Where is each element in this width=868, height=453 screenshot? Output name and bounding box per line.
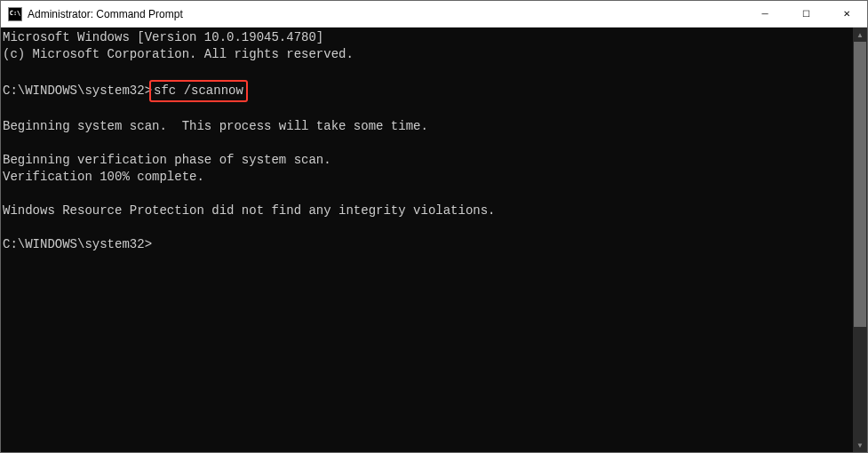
terminal-output[interactable]: Microsoft Windows [Version 10.0.19045.47… xyxy=(1,28,853,452)
chevron-up-icon: ▲ xyxy=(856,31,864,39)
typed-command: sfc /scannow xyxy=(154,83,243,98)
version-line: Microsoft Windows [Version 10.0.19045.47… xyxy=(3,29,853,46)
copyright-line: (c) Microsoft Corporation. All rights re… xyxy=(3,46,853,63)
blank-line xyxy=(3,186,853,203)
blank-line xyxy=(3,219,853,236)
window-controls: ─ ☐ ✕ xyxy=(745,1,867,27)
window-title: Administrator: Command Prompt xyxy=(28,8,745,20)
command-highlight: sfc /scannow xyxy=(149,80,248,102)
blank-line xyxy=(3,63,853,80)
verification-begin-line: Beginning verification phase of system s… xyxy=(3,152,853,169)
prompt-line-1: C:\WINDOWS\system32>sfc /scannow xyxy=(3,80,853,102)
titlebar[interactable]: C:\ Administrator: Command Prompt ─ ☐ ✕ xyxy=(1,1,867,28)
result-line: Windows Resource Protection did not find… xyxy=(3,203,853,219)
blank-line xyxy=(3,135,853,152)
command-prompt-window: C:\ Administrator: Command Prompt ─ ☐ ✕ … xyxy=(0,0,868,453)
content-area: Microsoft Windows [Version 10.0.19045.47… xyxy=(1,28,867,452)
vertical-scrollbar[interactable]: ▲ ▼ xyxy=(853,28,867,452)
chevron-down-icon: ▼ xyxy=(856,441,864,449)
prompt-line-2[interactable]: C:\WINDOWS\system32> xyxy=(3,236,853,253)
scan-begin-line: Beginning system scan. This process will… xyxy=(3,118,853,135)
maximize-button[interactable]: ☐ xyxy=(785,1,826,27)
scroll-down-button[interactable]: ▼ xyxy=(853,438,867,452)
verification-complete-line: Verification 100% complete. xyxy=(3,169,853,186)
close-button[interactable]: ✕ xyxy=(826,1,867,27)
cmd-icon: C:\ xyxy=(8,7,22,21)
blank-line xyxy=(3,102,853,119)
scroll-up-button[interactable]: ▲ xyxy=(853,28,867,42)
prompt-path: C:\WINDOWS\system32> xyxy=(3,83,152,98)
scrollbar-track[interactable] xyxy=(853,42,867,438)
scrollbar-thumb[interactable] xyxy=(854,42,866,327)
prompt-path: C:\WINDOWS\system32> xyxy=(3,237,152,251)
minimize-button[interactable]: ─ xyxy=(745,1,785,27)
